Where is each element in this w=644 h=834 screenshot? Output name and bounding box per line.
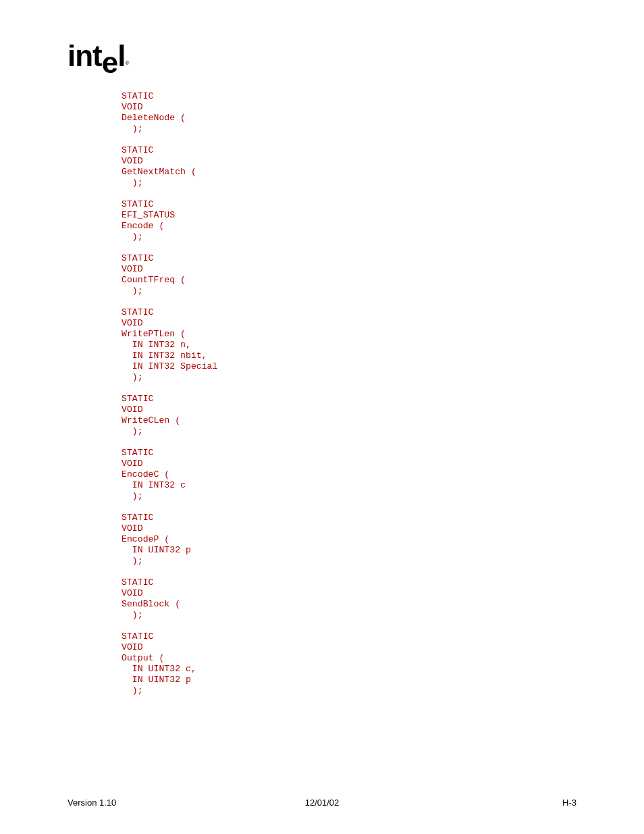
- logo-part2: e: [102, 46, 117, 80]
- logo-part3: l: [117, 39, 125, 72]
- footer-version: Version 1.10: [68, 798, 116, 808]
- footer-page: H-3: [562, 798, 576, 808]
- intel-logo: intel®: [68, 39, 128, 73]
- logo-reg: ®: [125, 60, 128, 66]
- code-listing: STATIC VOID DeleteNode ( ); STATIC VOID …: [122, 91, 217, 696]
- logo-part1: int: [68, 39, 102, 72]
- footer-date: 12/01/02: [305, 798, 340, 808]
